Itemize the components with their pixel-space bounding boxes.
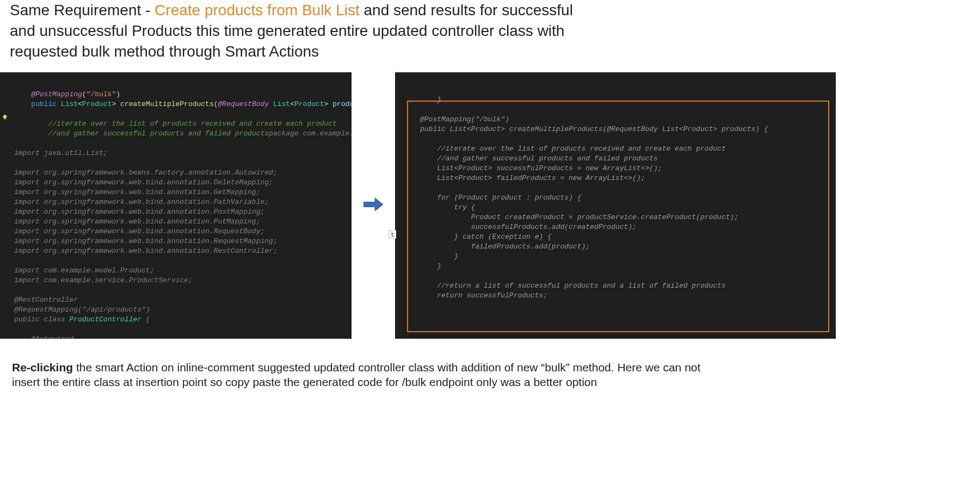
lightbulb-icon[interactable] [2,113,8,120]
code-token: ( [214,100,218,108]
code-line: List<Product> successfulProducts = new A… [420,164,662,172]
code-token: createMultipleProducts [120,100,214,108]
code-line: public List<Product> createMultipleProdu… [420,125,768,133]
code-dim: ( [78,306,82,314]
code-line: } [420,252,458,260]
code-dim: { [141,315,150,324]
code-line: return successfulProducts; [420,291,547,300]
code-line: @PostMapping("/bulk") [420,115,509,123]
code-line: //iterate over the list of products rece… [420,145,726,153]
code-token: Product [294,100,324,108]
code-line: List<Product> failedProducts = new Array… [420,174,645,182]
code-token: List [273,100,290,108]
title-pre: Same Requirement - [10,2,155,18]
code-line: Product createdProduct = productService.… [420,213,738,221]
code-dim: import org.springframework.web.bind.anno… [14,188,260,196]
code-line: //return a list of successful products a… [420,282,726,290]
code-dim: ) [146,306,150,314]
code-dim: import org.springframework.web.bind.anno… [14,178,273,186]
svg-marker-0 [363,198,383,211]
code-line: try { [420,203,475,211]
code-token: List [61,100,78,108]
code-token: @PostMapping [31,90,82,98]
panels-row: @PostMapping("/bulk") public List<Produc… [0,67,980,339]
page-title: Same Requirement - Create products from … [0,0,599,67]
code-comment: //and gather successful products and fai… [48,129,269,138]
code-token: < [78,100,82,108]
code-dim: ProductController [69,315,141,324]
code-token: ( [82,90,87,98]
code-dim: @RequestMapping [14,306,78,314]
editor-gutter [0,72,10,339]
right-code-panel[interactable]: t } @PostMapping("/bulk") public List<Pr… [395,72,836,339]
code-token: > [324,100,333,108]
arrow-column [362,196,384,215]
code-dim: @RestController [14,296,78,304]
code-token: public [31,100,61,108]
code-token: ) [116,90,120,98]
code-dim: import org.springframework.web.bind.anno… [14,198,269,206]
code-dim: import java.util.List; [14,149,108,157]
code-token: products [332,100,352,108]
code-line: //and gather successful products and fai… [420,154,658,163]
footer-bold: Re-clicking [12,361,73,374]
code-line: } [420,96,441,104]
code-dim: import org.springframework.web.bind.anno… [14,217,260,226]
arrow-right-icon [363,196,383,215]
code-dim: package com.example.controller; [269,129,352,138]
code-line: for (Product product : products) { [420,194,581,202]
right-code-content: } @PostMapping("/bulk") public List<Prod… [402,82,829,301]
code-dim: import org.springframework.web.bind.anno… [14,208,264,216]
footer-rest: the smart Action on inline-comment sugge… [12,361,700,388]
code-dim: import org.springframework.web.bind.anno… [14,237,278,245]
side-tag: t [389,230,396,239]
code-token: > [112,100,120,108]
code-token: @RequestBody [218,100,273,108]
code-line: } catch (Exception e) { [420,233,552,241]
code-dim: import com.example.model.Product; [14,266,154,275]
code-dim: public class [14,315,69,324]
code-dim: import org.springframework.beans.factory… [14,169,278,177]
code-dim: import com.example.service.ProductServic… [14,276,193,284]
code-comment: //iterate over the list of products rece… [48,120,337,128]
code-dim: @Autowired [31,335,73,339]
left-code-panel[interactable]: @PostMapping("/bulk") public List<Produc… [10,72,352,339]
code-line: } [420,262,441,270]
left-editor-wrap: @PostMapping("/bulk") public List<Produc… [0,72,352,339]
code-dim: import org.springframework.web.bind.anno… [14,247,278,255]
title-highlight: Create products from Bulk List [155,2,360,18]
code-dim: import org.springframework.web.bind.anno… [14,227,264,235]
code-line: failedProducts.add(product); [420,242,590,251]
footer-caption: Re-clicking the smart Action on inline-c… [0,339,724,389]
code-token: < [290,100,294,108]
code-token: Product [82,100,112,108]
code-dim: "/api/products" [82,306,146,314]
code-token: "/bulk" [87,90,116,98]
code-line: successfulProducts.add(createdProduct); [420,223,637,231]
